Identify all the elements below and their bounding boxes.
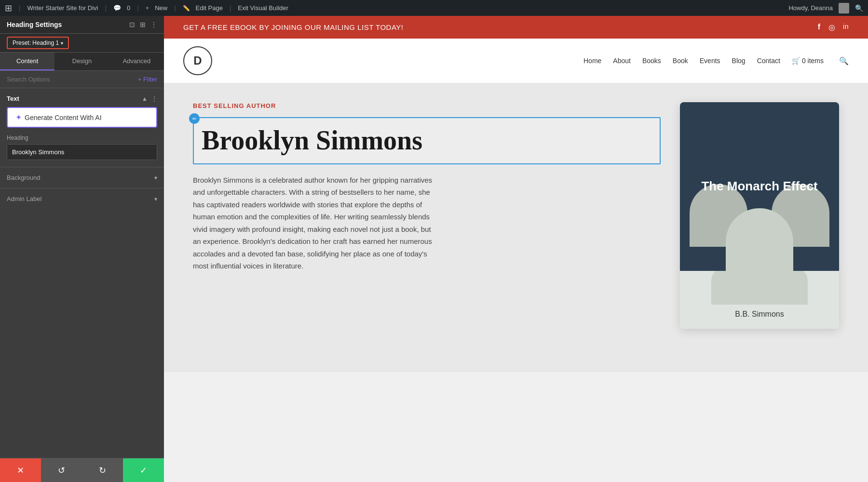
- nav-home[interactable]: Home: [583, 57, 601, 65]
- preset-bar: Preset: Heading 1 ▾: [0, 34, 164, 53]
- new-button[interactable]: New: [155, 4, 167, 12]
- book-author: B.B. Simmons: [735, 310, 784, 319]
- nav-about[interactable]: About: [613, 57, 631, 65]
- text-section-icons: ▲ ⋮: [142, 95, 157, 102]
- text-section: Text ▲ ⋮ ✦ Generate Content With AI Head…: [0, 88, 164, 167]
- cart-count: 0 items: [802, 57, 824, 65]
- undo-button[interactable]: ↺: [41, 458, 82, 482]
- admin-avatar: [839, 3, 849, 13]
- comments-icon: 💬: [113, 4, 121, 12]
- tab-design[interactable]: Design: [54, 53, 109, 70]
- site-logo[interactable]: D: [183, 46, 212, 75]
- nav-blog[interactable]: Blog: [732, 57, 746, 65]
- site-name-link[interactable]: Writer Starter Site for Divi: [27, 4, 98, 12]
- nav-books[interactable]: Books: [642, 57, 661, 65]
- banner-text: GET A FREE EBOOK BY JOINING OUR MAILING …: [183, 23, 403, 31]
- nav-links: Home About Books Book Events Blog Contac…: [583, 56, 849, 66]
- ai-generate-button[interactable]: ✦ Generate Content With AI: [7, 107, 157, 128]
- nav-contact[interactable]: Contact: [757, 57, 780, 65]
- comments-count: 0: [127, 4, 130, 12]
- sidebar-bottom-toolbar: ✕ ↺ ↻ ✓: [0, 458, 164, 482]
- linkedin-icon[interactable]: in: [843, 23, 849, 32]
- banner-social-icons: f ◎ in: [818, 23, 849, 32]
- chevron-down-icon: ▾: [61, 40, 63, 46]
- site-nav: D Home About Books Book Events Blog Cont…: [164, 39, 868, 83]
- collapse-icon[interactable]: ▲: [142, 95, 148, 102]
- undo-icon: ↺: [58, 465, 65, 476]
- sidebar-panel: Heading Settings ⊡ ⊞ ⋮ Preset: Heading 1…: [0, 16, 164, 482]
- menu-icon[interactable]: ⋮: [151, 95, 157, 102]
- sidebar-header-icons: ⊡ ⊞ ⋮: [129, 21, 157, 28]
- redo-button[interactable]: ↻: [82, 458, 123, 482]
- ai-icon: ✦: [15, 113, 22, 122]
- book-title: The Monarch Effect: [701, 178, 817, 195]
- nav-events[interactable]: Events: [700, 57, 720, 65]
- book-card: The Monarch Effect B.B. Simmons: [680, 102, 839, 329]
- admin-label-label: Admin Label: [7, 195, 41, 202]
- heading-edit-wrapper[interactable]: ✏ Brooklyn Simmons: [193, 117, 661, 164]
- cancel-button[interactable]: ✕: [0, 458, 41, 482]
- cart-icon: 🛒: [792, 57, 800, 65]
- nav-search-icon[interactable]: 🔍: [839, 56, 849, 66]
- admin-label-section[interactable]: Admin Label ▾: [0, 188, 164, 209]
- hero-content: BEST SELLING AUTHOR ✏ Brooklyn Simmons B…: [193, 102, 661, 272]
- facebook-icon[interactable]: f: [818, 23, 821, 32]
- bestseller-label: BEST SELLING AUTHOR: [193, 102, 661, 109]
- tab-advanced[interactable]: Advanced: [109, 53, 164, 70]
- book-bottom: B.B. Simmons: [680, 271, 839, 329]
- edit-page-button[interactable]: Edit Page: [196, 4, 223, 12]
- hero-heading: Brooklyn Simmons: [202, 126, 652, 156]
- background-section[interactable]: Background ▾: [0, 167, 164, 188]
- howdy-text: Howdy, Deanna: [788, 4, 833, 12]
- sidebar-tabs: Content Design Advanced: [0, 53, 164, 71]
- save-icon: ✓: [140, 465, 147, 476]
- preview-area: GET A FREE EBOOK BY JOINING OUR MAILING …: [164, 16, 868, 482]
- redo-icon: ↻: [99, 465, 106, 476]
- text-section-title: Text: [7, 95, 19, 102]
- heading-input[interactable]: [7, 144, 157, 160]
- sidebar-title: Heading Settings: [7, 21, 62, 28]
- preset-label: Preset: Heading 1: [13, 40, 59, 46]
- background-label: Background: [7, 174, 40, 181]
- tab-content[interactable]: Content: [0, 53, 54, 70]
- text-section-header[interactable]: Text ▲ ⋮: [0, 88, 164, 107]
- background-chevron-icon: ▾: [154, 174, 157, 181]
- search-input[interactable]: [7, 76, 138, 83]
- heading-field-label: Heading: [0, 134, 164, 144]
- admin-label-chevron-icon: ▾: [154, 196, 157, 202]
- hero-description: Brooklyn Simmons is a celebrated author …: [193, 174, 434, 272]
- layout-icon[interactable]: ⊞: [140, 21, 146, 28]
- edit-pencil-icon: ✏: [189, 113, 200, 124]
- search-icon-bar[interactable]: 🔍: [855, 4, 863, 12]
- book-cover: The Monarch Effect: [680, 102, 839, 271]
- filter-button[interactable]: + Filter: [138, 76, 157, 83]
- main-area: Heading Settings ⊡ ⊞ ⋮ Preset: Heading 1…: [0, 16, 868, 482]
- settings-icon[interactable]: ⊡: [129, 21, 135, 28]
- preset-button[interactable]: Preset: Heading 1 ▾: [7, 37, 69, 49]
- top-banner: GET A FREE EBOOK BY JOINING OUR MAILING …: [164, 16, 868, 39]
- shape-center: [726, 208, 793, 281]
- save-button[interactable]: ✓: [123, 458, 164, 482]
- sidebar-search-bar: + Filter: [0, 71, 164, 88]
- book-curve-shape: [711, 271, 808, 305]
- admin-bar: ⊞ | Writer Starter Site for Divi | 💬 0 |…: [0, 0, 868, 16]
- exit-visual-builder-button[interactable]: Exit Visual Builder: [238, 4, 288, 12]
- cancel-icon: ✕: [17, 465, 24, 476]
- nav-book[interactable]: Book: [673, 57, 688, 65]
- more-icon[interactable]: ⋮: [150, 21, 157, 28]
- instagram-icon[interactable]: ◎: [828, 23, 836, 32]
- wp-logo-icon[interactable]: ⊞: [5, 3, 12, 13]
- hero-section: BEST SELLING AUTHOR ✏ Brooklyn Simmons B…: [164, 83, 868, 372]
- ai-button-label: Generate Content With AI: [25, 114, 102, 121]
- nav-cart[interactable]: 🛒 0 items: [792, 57, 824, 65]
- sidebar-header: Heading Settings ⊡ ⊞ ⋮: [0, 16, 164, 34]
